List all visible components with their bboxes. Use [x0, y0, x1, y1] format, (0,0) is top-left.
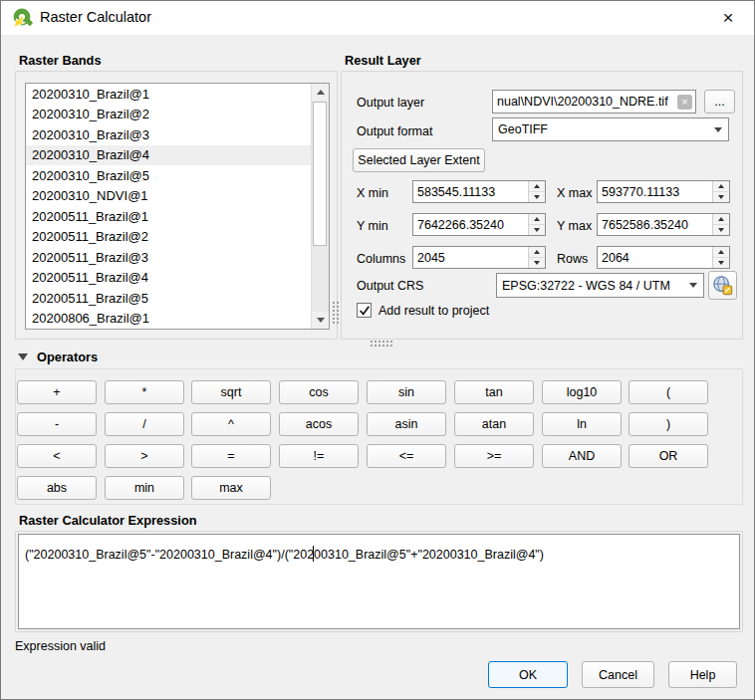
list-item-selected[interactable]: 20200310_Brazil@4: [26, 145, 311, 166]
operator-sqrt-button[interactable]: sqrt: [191, 380, 271, 404]
x-max-label: X max: [557, 186, 592, 200]
list-item[interactable]: 20200310_Brazil@1: [26, 84, 311, 105]
operator-multiply-button[interactable]: *: [105, 380, 184, 404]
browse-output-button[interactable]: ...: [704, 90, 735, 114]
operator-sin-button[interactable]: sin: [367, 380, 446, 404]
operator-atan-button[interactable]: atan: [454, 412, 534, 436]
operator-less-than-button[interactable]: <: [17, 444, 97, 468]
columns-input[interactable]: [413, 251, 528, 265]
expression-editor[interactable]: ("20200310_Brazil@5"-"20200310_Brazil@4"…: [18, 534, 740, 629]
close-button[interactable]: ×: [708, 3, 748, 33]
operator-cos-button[interactable]: cos: [279, 380, 359, 404]
operator-greater-than-button[interactable]: >: [105, 444, 184, 468]
operator-open-paren-button[interactable]: (: [629, 380, 708, 404]
ok-button[interactable]: OK: [488, 661, 568, 688]
x-max-spin-buttons[interactable]: [712, 181, 729, 202]
columns-spin-buttons[interactable]: [528, 247, 545, 268]
splitter-handle-horizontal[interactable]: [370, 340, 393, 347]
operator-asin-button[interactable]: asin: [367, 412, 446, 436]
x-min-spinbox[interactable]: [412, 180, 546, 203]
expression-text: ("20200310_Brazil@5"-"20200310_Brazil@4"…: [25, 548, 544, 562]
output-format-select[interactable]: GeoTIFF: [492, 117, 729, 141]
clear-field-icon[interactable]: ×: [677, 95, 692, 110]
collapse-arrow-icon[interactable]: [18, 353, 28, 360]
operator-greater-equal-button[interactable]: >=: [454, 444, 534, 468]
y-max-spin-buttons[interactable]: [712, 214, 729, 235]
list-item[interactable]: 20200310_NDVI@1: [26, 186, 311, 207]
titlebar[interactable]: Raster Calculator ×: [1, 1, 754, 36]
raster-bands-list[interactable]: 20200310_Brazil@1 20200310_Brazil@2 2020…: [25, 83, 330, 330]
list-item[interactable]: 20200511_Brazil@4: [26, 268, 311, 289]
y-max-spinbox[interactable]: [597, 213, 730, 236]
operator-power-button[interactable]: ^: [191, 412, 271, 436]
spin-up-icon[interactable]: [529, 214, 545, 225]
list-item[interactable]: 20200511_Brazil@2: [26, 227, 311, 248]
rows-spin-buttons[interactable]: [712, 247, 729, 268]
help-button[interactable]: Help: [668, 661, 737, 688]
list-item[interactable]: 20200806_Brazil@1: [26, 309, 311, 330]
y-min-spin-buttons[interactable]: [528, 214, 545, 235]
splitter-handle-vertical[interactable]: [332, 301, 339, 325]
operator-tan-button[interactable]: tan: [454, 380, 534, 404]
operator-min-button[interactable]: min: [105, 476, 184, 500]
rows-spinbox[interactable]: [597, 246, 730, 269]
x-min-input[interactable]: [413, 185, 528, 199]
operator-ln-button[interactable]: ln: [542, 412, 622, 436]
x-min-spin-buttons[interactable]: [528, 181, 545, 202]
text-cursor: [313, 546, 314, 562]
scroll-down-icon[interactable]: [312, 312, 329, 329]
expression-title: Raster Calculator Expression: [19, 513, 197, 528]
scrollbar-thumb[interactable]: [313, 102, 327, 246]
output-crs-select[interactable]: EPSG:32722 - WGS 84 / UTM: [496, 273, 704, 298]
operator-plus-button[interactable]: +: [17, 380, 97, 404]
operator-and-button[interactable]: AND: [542, 444, 622, 468]
spin-up-icon[interactable]: [713, 247, 729, 258]
operator-acos-button[interactable]: acos: [279, 412, 359, 436]
operator-log10-button[interactable]: log10: [542, 380, 622, 404]
select-crs-button[interactable]: [708, 271, 737, 300]
spin-down-icon[interactable]: [529, 225, 545, 235]
list-item[interactable]: 20200310_Brazil@5: [26, 165, 311, 186]
qgis-logo-icon: [13, 8, 33, 28]
operator-not-equal-button[interactable]: !=: [279, 444, 359, 468]
columns-spinbox[interactable]: [412, 246, 546, 269]
y-max-input[interactable]: [598, 218, 712, 232]
operator-minus-button[interactable]: -: [17, 412, 97, 436]
spin-up-icon[interactable]: [713, 181, 729, 192]
operator-equals-button[interactable]: =: [191, 444, 271, 468]
list-item[interactable]: 20200511_Brazil@5: [26, 288, 311, 309]
operator-or-button[interactable]: OR: [629, 444, 708, 468]
spin-up-icon[interactable]: [529, 247, 545, 258]
cancel-button[interactable]: Cancel: [582, 661, 654, 688]
chevron-down-icon: [689, 283, 697, 288]
x-max-spinbox[interactable]: [597, 180, 730, 203]
list-item[interactable]: 20200511_Brazil@3: [26, 247, 311, 268]
list-item[interactable]: 20200310_Brazil@2: [26, 105, 311, 125]
rows-input[interactable]: [598, 251, 712, 265]
output-layer-input[interactable]: [493, 95, 677, 109]
operator-abs-button[interactable]: abs: [17, 476, 97, 500]
selected-layer-extent-button[interactable]: Selected Layer Extent: [353, 148, 485, 172]
operator-max-button[interactable]: max: [191, 476, 271, 500]
spin-down-icon[interactable]: [529, 192, 545, 202]
output-layer-field[interactable]: ×: [492, 90, 696, 114]
operator-close-paren-button[interactable]: ): [629, 412, 708, 436]
spin-down-icon[interactable]: [529, 258, 545, 268]
list-item[interactable]: 20200310_Brazil@3: [26, 124, 311, 145]
operator-divide-button[interactable]: /: [105, 412, 184, 436]
y-min-spinbox[interactable]: [412, 213, 546, 236]
spin-up-icon[interactable]: [529, 181, 545, 192]
output-crs-value: EPSG:32722 - WGS 84 / UTM: [502, 279, 670, 293]
spin-down-icon[interactable]: [713, 192, 729, 202]
add-result-checkbox[interactable]: [357, 303, 372, 318]
operator-less-equal-button[interactable]: <=: [367, 444, 446, 468]
spin-down-icon[interactable]: [713, 225, 729, 235]
y-min-input[interactable]: [413, 218, 528, 232]
list-scrollbar[interactable]: [311, 84, 329, 329]
x-max-input[interactable]: [598, 185, 712, 199]
globe-edit-icon: [712, 275, 734, 297]
spin-up-icon[interactable]: [713, 214, 729, 225]
scroll-up-icon[interactable]: [312, 84, 329, 101]
list-item[interactable]: 20200511_Brazil@1: [26, 206, 311, 227]
spin-down-icon[interactable]: [713, 258, 729, 268]
